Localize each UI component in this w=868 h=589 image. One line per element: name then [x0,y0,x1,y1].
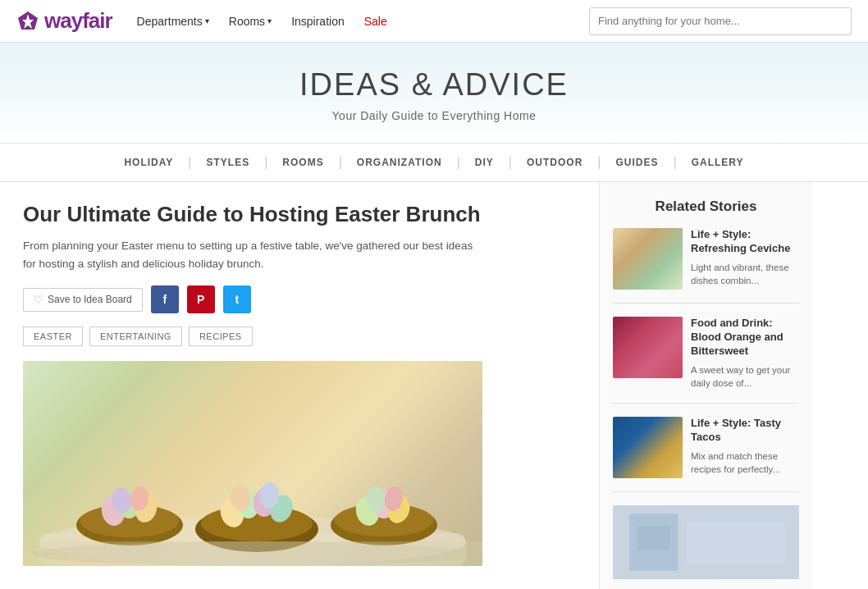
header: wayfair Departments ▾ Rooms ▾ Inspiratio… [0,0,868,43]
related-story-2[interactable]: Food and Drink: Blood Orange and Bitters… [613,317,799,404]
nav-sale[interactable]: Sale [364,15,387,28]
related-story-1-thumbnail [613,228,683,290]
sidebar-title: Related Stories [613,199,799,215]
article-actions: ♡ Save to Idea Board f P t [23,285,576,313]
pinterest-share-button[interactable]: P [187,285,215,313]
article-description: From planning your Easter menu to settin… [23,237,482,272]
chevron-down-icon: ▾ [267,16,272,25]
tag-entertaining[interactable]: ENTERTAINING [89,326,182,346]
article-title: Our Ultimate Guide to Hosting Easter Bru… [23,202,576,227]
save-button-label: Save to Idea Board [48,294,132,305]
page-title: IDEAS & ADVICE [16,67,852,103]
page-subtitle: Your Daily Guide to Everything Home [16,109,852,122]
logo[interactable]: wayfair [16,8,112,34]
cat-gallery[interactable]: GALLERY [677,157,759,168]
twitter-share-button[interactable]: t [223,285,251,313]
related-story-2-title: Food and Drink: Blood Orange and Bitters… [691,317,799,358]
article-tags: EASTER ENTERTAINING RECIPES [23,326,576,346]
main-nav: Departments ▾ Rooms ▾ Inspiration Sale [137,15,589,28]
related-story-3-title: Life + Style: Tasty Tacos [691,417,799,445]
category-nav: HOLIDAY | STYLES | ROOMS | ORGANIZATION … [0,144,868,182]
cat-rooms[interactable]: ROOMS [267,157,338,168]
related-story-3-description: Mix and match these recipes for perfectl… [691,450,799,476]
svg-rect-30 [687,522,784,563]
pinterest-icon: P [197,293,204,306]
article-hero-image [23,361,482,566]
tag-easter[interactable]: EASTER [23,326,83,346]
facebook-share-button[interactable]: f [151,285,179,313]
cat-diy[interactable]: DIY [460,157,509,168]
cat-guides[interactable]: GUIDES [601,157,673,168]
related-story-3[interactable]: Life + Style: Tasty Tacos Mix and match … [613,417,799,492]
cat-outdoor[interactable]: OUTDOOR [512,157,597,168]
nav-inspiration[interactable]: Inspiration [291,15,345,28]
chevron-down-icon: ▾ [205,16,209,25]
svg-rect-31 [637,526,670,550]
related-story-2-description: A sweet way to get your daily dose of... [691,363,799,390]
svg-point-27 [31,541,474,566]
related-story-2-content: Food and Drink: Blood Orange and Bitters… [691,317,799,390]
cat-styles[interactable]: STYLES [192,157,265,168]
nav-rooms-label: Rooms [229,15,265,28]
related-story-1-description: Light and vibrant, these dishes combin..… [691,261,799,287]
nav-rooms[interactable]: Rooms ▾ [229,15,272,28]
tag-recipes[interactable]: RECIPES [189,326,253,346]
easter-nests-illustration [23,361,482,566]
hero-section: IDEAS & ADVICE Your Daily Guide to Every… [0,43,868,144]
nav-departments-label: Departments [137,15,203,28]
twitter-icon: t [235,293,239,306]
related-story-3-thumbnail [613,417,683,478]
article: Our Ultimate Guide to Hosting Easter Bru… [0,182,599,589]
logo-wordmark: wayfair [44,8,112,34]
nav-sale-label: Sale [364,15,387,28]
search-input[interactable] [589,7,852,35]
heart-icon: ♡ [34,294,43,306]
sidebar: Related Stories Life + Style: Refreshing… [599,182,812,589]
nav-departments[interactable]: Departments ▾ [137,15,209,28]
sidebar-bottom-image [613,505,799,579]
facebook-icon: f [162,293,167,306]
related-story-2-thumbnail [613,317,683,378]
related-story-1-title: Life + Style: Refreshing Ceviche [691,228,799,256]
related-story-3-content: Life + Style: Tasty Tacos Mix and match … [691,417,799,478]
related-story-1-content: Life + Style: Refreshing Ceviche Light a… [691,228,799,290]
nav-inspiration-label: Inspiration [291,15,345,28]
save-to-idea-board-button[interactable]: ♡ Save to Idea Board [23,288,143,312]
wayfair-logo-icon [16,10,39,33]
related-story-1[interactable]: Life + Style: Refreshing Ceviche Light a… [613,228,799,304]
main-content: Our Ultimate Guide to Hosting Easter Bru… [0,182,868,589]
cat-organization[interactable]: ORGANIZATION [342,157,457,168]
cat-holiday[interactable]: HOLIDAY [109,157,188,168]
